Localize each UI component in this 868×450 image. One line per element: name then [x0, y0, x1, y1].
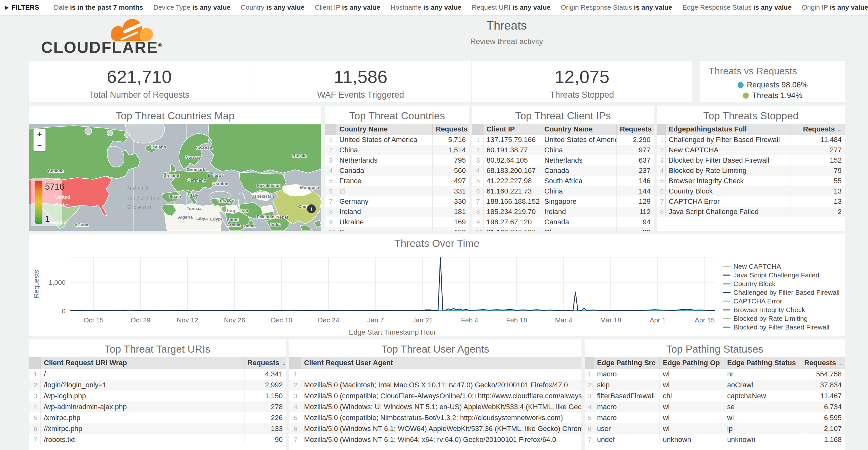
column-header[interactable]: Edgepathingstatus Full — [665, 124, 790, 135]
table-cell: 277 — [790, 145, 845, 155]
map-info-button[interactable]: i — [307, 204, 316, 213]
map-label: Ocean — [127, 204, 153, 210]
island-shape — [107, 130, 113, 136]
top-threats-stopped-panel: Top Threats Stopped Edgepathingstatus Fu… — [657, 106, 845, 231]
table-cell: 90 — [244, 434, 286, 445]
kpi-row: 621,710 Total Number of Requests 11,586 … — [29, 61, 692, 102]
table-cell: 5,716 — [432, 135, 469, 145]
legend-line-icon — [723, 283, 731, 284]
table-cell: 80.82.64.105 — [483, 155, 541, 166]
map-color-legend: 5716 1 — [31, 178, 62, 226]
filters-toggle[interactable]: ▶ FILTERS — [5, 3, 39, 11]
table-cell: 94 — [617, 217, 654, 227]
table-row: 7Mozilla/5.0 (Windows NT 6.1; Win64; x64… — [289, 434, 582, 445]
chart-legend-item[interactable]: Blocked by Filter Based Firewall — [723, 323, 839, 331]
table-cell: wl — [659, 369, 724, 380]
chart-legend-item[interactable]: Country Block — [723, 279, 839, 288]
axis-label: Mar 4 — [555, 316, 572, 324]
column-header[interactable]: Requests⌄ — [790, 124, 845, 135]
table-cell: aoCrawl — [724, 380, 801, 391]
map-zoom-in-button[interactable]: + — [34, 129, 45, 140]
table-row: 8Ireland181 — [325, 207, 469, 217]
row-index: 2 — [325, 145, 336, 155]
legend-item[interactable]: Threats 1.94% — [743, 91, 802, 100]
data-table: Client Request URI WrapRequests⌄1/4,3412… — [29, 357, 286, 445]
table-row: 541.222.227.98South Africa146 — [472, 176, 654, 186]
chart-legend-item[interactable]: Java Script Challenge Failed — [723, 271, 839, 279]
chart-legend-item[interactable]: Challenged by Filter Based Firewall — [723, 288, 839, 297]
chart-legend-item[interactable]: Browser Integrity Check — [723, 305, 839, 314]
legend-item[interactable]: Requests 98.06% — [738, 80, 808, 89]
dashboard-header: CLOUDFLARE® Threats Review threat activi… — [0, 15, 868, 61]
row-index: 1 — [657, 135, 665, 145]
filter-condition: is any value — [830, 3, 868, 11]
map-label: Oman — [244, 223, 256, 228]
kpi-value: 621,710 — [29, 66, 250, 87]
table-row: 8185.234.219.70Ireland112 — [472, 207, 654, 217]
top-threat-target-uris-panel: Top Threat Target URIs Client Request UR… — [29, 339, 286, 450]
table-cell: United States of America — [336, 135, 432, 145]
kpi-threats-stopped: 12,075 Threats Stopped — [472, 61, 692, 102]
table-cell: 2,107 — [801, 423, 845, 434]
table-cell: Mozilla/5.0 (Macintosh; Intel Mac OS X 1… — [301, 380, 582, 391]
column-header[interactable]: Requests⌄ — [617, 124, 654, 135]
axis-label: Oct 29 — [131, 316, 151, 324]
filter-chip[interactable]: Origin IP is any value — [802, 3, 868, 11]
kpi-label: WAF Events Triggered — [250, 90, 471, 100]
table-row: 3filterBasedFirewallchlcaptchaNew11,467 — [585, 391, 845, 401]
axis-label: 1,000 — [49, 279, 65, 286]
table-cell: 554,758 — [801, 369, 845, 380]
row-index: 6 — [657, 186, 665, 197]
column-header[interactable]: Country Name — [336, 124, 432, 135]
top-threat-countries-panel: Top Threat Countries Country NameRequest… — [325, 106, 469, 231]
column-header[interactable]: Edge Pathing Src — [594, 357, 659, 369]
chart-legend-item[interactable]: Blocked by Rate Limiting — [723, 314, 839, 323]
row-index: 10 — [472, 227, 483, 231]
column-header[interactable]: Requests⌄ — [801, 357, 845, 369]
table-cell: 1,150 — [244, 391, 286, 401]
column-header[interactable]: Requests⌄ — [244, 357, 286, 369]
axis-label: 0 — [62, 307, 65, 315]
table-cell: nr — [724, 369, 801, 380]
table-cell: 278 — [244, 401, 286, 412]
column-header[interactable]: Edge Pathing Status — [724, 357, 801, 369]
chart-legend-item[interactable]: New CAPTCHA — [723, 262, 839, 271]
filter-chip[interactable]: Origin Response Status is any value — [561, 3, 672, 11]
table-row: 7undefunknownunknown1,168 — [585, 434, 845, 445]
column-header[interactable]: Client IP — [483, 124, 541, 135]
filter-chip[interactable]: Client IP is any value — [315, 3, 380, 11]
table-cell: Singapore — [541, 197, 617, 207]
table-cell: 2 — [790, 207, 845, 217]
table-cell: 330 — [432, 197, 469, 207]
axis-label: Jan 21 — [412, 316, 433, 324]
column-header[interactable]: Client Request User Agent — [301, 357, 582, 369]
column-header[interactable]: Edge Pathing Op — [659, 357, 724, 369]
map-label: Uzbekistan — [251, 194, 274, 199]
threats-vs-requests-legend: Requests 98.06%Threats 1.94% — [700, 80, 845, 100]
table-cell: 144 — [617, 186, 654, 197]
filter-field: Edge Response Status — [682, 3, 753, 11]
table-row: 4Canada560 — [325, 166, 469, 176]
column-header[interactable]: Client Request URI Wrap — [40, 357, 244, 369]
axis-label: Nov 26 — [224, 316, 245, 324]
filter-chip[interactable]: Request URI is any value — [472, 3, 551, 11]
row-index: 8 — [325, 207, 336, 217]
world-map[interactable]: CanadaUnitedStatesMexicoCubaIcelandIrela… — [29, 124, 321, 231]
filter-chip[interactable]: Date is in the past 7 months — [54, 3, 143, 11]
filter-chip[interactable]: Device Type is any value — [153, 3, 230, 11]
axis-label: Feb 18 — [506, 316, 527, 324]
table-cell: /wp-login.php — [40, 391, 244, 401]
column-header[interactable]: Country Name — [541, 124, 617, 135]
table-cell: wl — [659, 380, 724, 391]
filter-chip[interactable]: Edge Response Status is any value — [682, 3, 792, 11]
column-header[interactable]: Requests⌄ — [432, 124, 469, 135]
map-zoom-out-button[interactable]: − — [34, 140, 45, 151]
row-index: 5 — [289, 412, 301, 423]
chart-legend-item[interactable]: CAPTCHA Error — [723, 297, 839, 305]
map-label: India — [271, 222, 281, 227]
table-row: 6userwlip2,107 — [585, 423, 845, 434]
filter-chip[interactable]: Hostname is any value — [391, 3, 462, 11]
axis-label: Requests — [32, 270, 40, 298]
filter-chip[interactable]: Country is any value — [241, 3, 305, 11]
registered-mark: ® — [158, 43, 162, 48]
